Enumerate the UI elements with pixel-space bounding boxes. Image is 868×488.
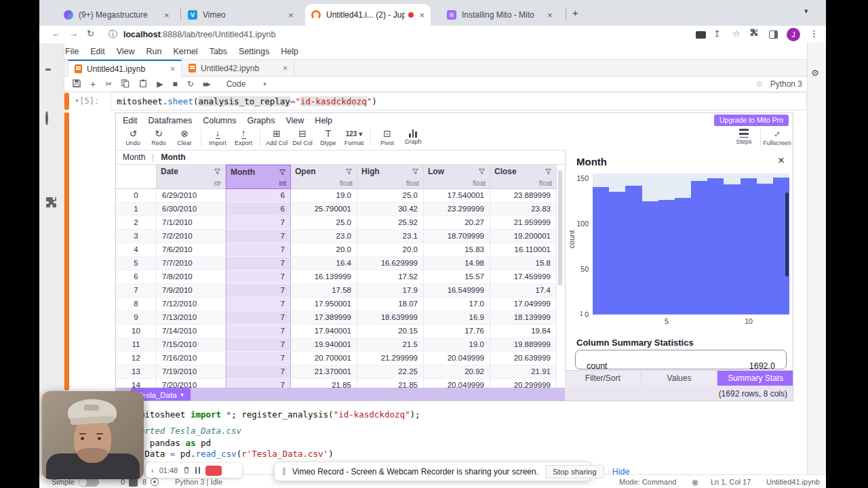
table-cell[interactable]: 7 [226,379,291,388]
table-cell[interactable]: 19.200001 [490,230,557,243]
table-cell[interactable]: 15.83 [424,243,490,257]
menu-run[interactable]: Run [146,47,162,56]
tab-close-icon[interactable]: × [419,11,425,20]
notebook-tab-untitled41[interactable]: Untitled41.ipynb × [68,60,182,77]
column-header-close[interactable]: Closefloat [490,165,557,189]
table-cell[interactable]: 30.42 [357,203,424,216]
table-cell[interactable]: 20.700001 [291,352,357,365]
stop-kernel-icon[interactable]: ■ [172,79,177,89]
table-cell[interactable]: 15.8 [490,257,557,270]
formula-bar[interactable]: Month | Month [116,150,565,165]
mito-delcol-button[interactable]: ⊟Del Col [290,127,315,146]
table-cell[interactable]: 17.950001 [291,298,357,311]
paste-cell-icon[interactable] [139,79,147,89]
tab-values[interactable]: Values [642,371,718,386]
table-cell[interactable]: 20.639999 [490,352,557,365]
mito-graph-button[interactable]: Graph [400,127,426,145]
table-cell[interactable]: 25.0 [291,216,357,230]
mito-format-button[interactable]: 123 ▾Format [341,127,367,146]
row-index[interactable]: 14 [116,379,157,388]
steps-button[interactable]: Steps [731,127,757,146]
row-index[interactable]: 2 [116,216,157,230]
table-cell[interactable]: 19.0 [291,189,357,203]
bookmark-star-icon[interactable]: ☆ [732,28,741,39]
table-cell[interactable]: 14.98 [424,257,490,270]
table-cell[interactable]: 16.549999 [424,284,490,298]
mito-dtype-button[interactable]: TDtype [315,127,341,146]
row-index[interactable]: 3 [116,230,157,243]
table-cell[interactable]: 20.049999 [424,352,490,365]
filter-icon[interactable] [279,169,286,176]
table-cell[interactable]: 23.1 [357,230,424,243]
table-cell[interactable]: 7/7/2010 [157,257,226,270]
forward-icon[interactable]: → [69,28,78,39]
mito-menu-edit[interactable]: Edit [123,116,138,125]
site-info-icon[interactable]: ⓘ [108,28,117,41]
table-cell[interactable]: 17.0 [424,298,490,311]
run-cell-icon[interactable]: ▶ [157,79,163,89]
notebook-tab-untitled42[interactable]: Untitled42.ipynb × [182,60,294,77]
row-index[interactable]: 13 [116,365,157,379]
table-cell[interactable]: 7/1/2010 [157,216,226,230]
table-cell[interactable]: 7/12/2010 [157,298,226,311]
tab-filter-sort[interactable]: Filter/Sort [565,371,642,386]
tab-close-icon[interactable]: × [288,11,294,20]
table-cell[interactable]: 7 [226,325,291,338]
table-cell[interactable]: 6/29/2010 [157,189,226,203]
table-cell[interactable]: 17.4 [490,284,557,298]
url-field[interactable]: localhost:8888/lab/tree/Untitled41.ipynb [123,30,275,39]
tab-close-icon[interactable]: × [283,64,288,73]
table-cell[interactable]: 7/20/2010 [157,379,226,388]
table-cell[interactable]: 17.540001 [424,189,490,203]
table-cell[interactable]: 23.299999 [424,203,490,216]
stop-recording-button[interactable] [205,466,222,476]
table-cell[interactable]: 23.889999 [490,189,557,203]
share-icon[interactable]: ↥ [713,28,721,39]
row-index[interactable]: 10 [116,325,157,338]
table-cell[interactable]: 23.83 [490,203,557,216]
menu-edit[interactable]: Edit [90,47,105,56]
table-cell[interactable]: 15.57 [424,270,490,284]
close-icon[interactable]: × [778,154,785,167]
table-cell[interactable]: 25.0 [357,189,424,203]
filter-icon[interactable] [345,168,353,176]
collapse-icon[interactable]: ‹ [151,466,154,474]
tab-search-chevron-icon[interactable]: ▾ [804,7,808,16]
table-cell[interactable]: 20.15 [357,325,424,338]
table-cell[interactable]: 7 [226,284,291,298]
column-header-low[interactable]: Lowfloat [424,165,490,189]
table-cell[interactable]: 20.299999 [490,379,557,388]
filter-icon[interactable] [478,168,486,176]
table-cell[interactable]: 7/19/2010 [157,365,226,379]
notification-icon[interactable]: ⊗ [692,478,698,487]
table-cell[interactable]: 21.370001 [291,365,357,379]
pause-recording-icon[interactable] [195,467,200,474]
row-index[interactable]: 0 [116,189,157,203]
menu-view[interactable]: View [117,47,135,56]
table-cell[interactable]: 20.049999 [424,379,490,388]
code-cell-input[interactable]: mitosheet.sheet(analysis_to_replay="id-k… [111,92,806,110]
tab-close-icon[interactable]: × [547,11,553,20]
kernel-name[interactable]: Python 3 [770,79,802,89]
table-cell[interactable]: 25.790001 [291,203,357,216]
mito-menu-dataframes[interactable]: Dataframes [149,116,193,125]
column-header-date[interactable]: Datestr [157,165,226,189]
table-cell[interactable]: 7 [226,352,291,365]
tab-close-icon[interactable]: × [170,64,175,74]
output-cell-indicator[interactable] [64,113,69,390]
row-index[interactable]: 6 [116,270,157,284]
table-cell[interactable]: 16.139999 [291,270,357,284]
table-cell[interactable]: 23.0 [291,230,357,243]
row-index[interactable]: 12 [116,352,157,365]
table-cell[interactable]: 7 [226,243,291,257]
table-cell[interactable]: 16.629999 [357,257,424,270]
save-icon[interactable] [73,79,81,89]
mito-menu-graphs[interactable]: Graphs [247,116,275,125]
mito-menu-view[interactable]: View [285,116,304,125]
hide-button[interactable]: Hide [612,467,630,476]
table-cell[interactable]: 7/13/2010 [157,311,226,325]
cut-cell-icon[interactable]: ✂ [105,79,112,89]
table-cell[interactable]: 7/15/2010 [157,338,226,352]
active-cell-indicator[interactable] [64,93,69,110]
mito-menu-help[interactable]: Help [315,116,332,125]
